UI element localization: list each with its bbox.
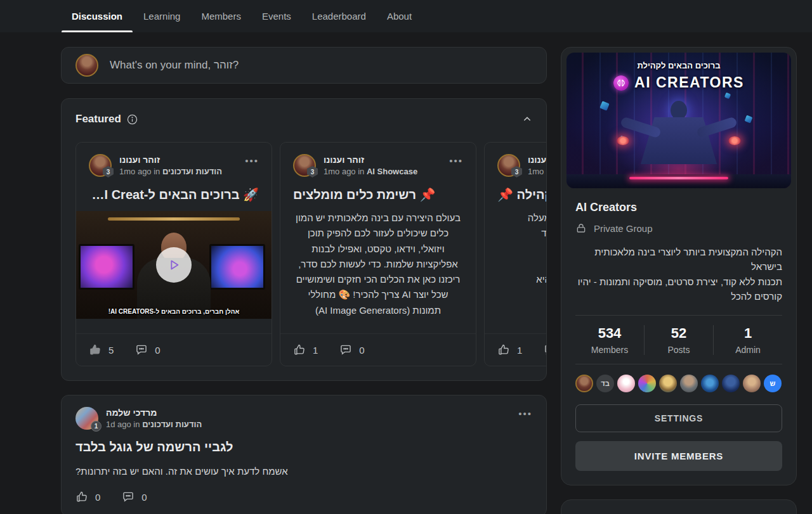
- featured-card-welcome[interactable]: 3 זוהר וענונו 1mo ago in הודעות ועדכונים…: [75, 142, 272, 366]
- info-icon[interactable]: [127, 114, 138, 125]
- member-avatar[interactable]: [638, 375, 656, 392]
- author-name[interactable]: מרדכי שלמה: [106, 408, 202, 418]
- author-name[interactable]: זוהר וענונו: [528, 155, 546, 165]
- post-title[interactable]: לגביי הרשמה של גוגל בלבד: [75, 440, 532, 454]
- comment-button[interactable]: 0: [544, 344, 546, 356]
- member-avatar-initials[interactable]: בד: [596, 375, 614, 392]
- stat-value: 534: [575, 325, 644, 342]
- banner-welcome-text: ברוכים הבאים לקהילת: [566, 61, 791, 70]
- group-info-card: ברוכים הבאים לקהילת AI CREATORS AI Creat…: [561, 47, 797, 485]
- group-sidebar: ברוכים הבאים לקהילת AI CREATORS AI Creat…: [561, 47, 797, 514]
- top-navigation: Discussion Learning Members Events Leade…: [0, 0, 812, 32]
- tab-members[interactable]: Members: [201, 0, 241, 32]
- post-time: 1d ago in: [106, 420, 140, 429]
- comment-button[interactable]: 0: [135, 344, 160, 356]
- group-stats: 534 Members 52 Posts 1 Admin: [575, 315, 782, 364]
- level-badge: 3: [103, 166, 114, 177]
- member-avatar[interactable]: [743, 375, 761, 392]
- post-composer[interactable]: What's on your mind, זוהר?: [61, 47, 547, 84]
- author-avatar[interactable]: 3: [89, 154, 112, 177]
- space-name[interactable]: AI Showcase: [367, 167, 417, 176]
- feed-post[interactable]: 1 מרדכי שלמה 1d ago in הודעות ועדכונים •…: [61, 395, 547, 514]
- comment-count: 0: [155, 345, 160, 356]
- space-name[interactable]: הודעות ועדכונים: [142, 420, 202, 429]
- post-time: 1mo ago in: [324, 167, 364, 176]
- play-button-icon[interactable]: [156, 247, 192, 283]
- member-avatars-row: בד ש: [575, 364, 782, 392]
- invite-members-button[interactable]: INVITE MEMBERS: [575, 441, 782, 471]
- author-name[interactable]: זוהר וענונו: [119, 155, 222, 165]
- composer-prompt: What's on your mind, זוהר?: [110, 59, 239, 72]
- stat-posts[interactable]: 52 Posts: [644, 325, 713, 355]
- studio-light: [108, 217, 240, 221]
- like-button[interactable]: 5: [89, 344, 114, 356]
- comment-button[interactable]: 0: [339, 344, 364, 356]
- space-name[interactable]: הודעות ועדכונים: [162, 167, 222, 176]
- member-avatar[interactable]: [575, 375, 593, 392]
- level-badge: 1: [91, 421, 102, 432]
- author-avatar[interactable]: 1: [75, 407, 98, 430]
- featured-card-rules[interactable]: 3 זוהר וענונו 1mo ago in הודעות ועדכונים…: [484, 142, 546, 366]
- monitor-left: [79, 244, 134, 290]
- monitor-right: [209, 244, 265, 290]
- group-name: AI Creators: [575, 201, 782, 214]
- author-avatar[interactable]: 3: [293, 154, 316, 177]
- like-count: 1: [313, 345, 318, 356]
- tab-discussion[interactable]: Discussion: [72, 0, 122, 32]
- featured-card-tools[interactable]: 3 זוהר וענונו 1mo ago in AI Showcase •••…: [280, 142, 476, 366]
- stat-members[interactable]: 534 Members: [575, 325, 644, 355]
- tab-events[interactable]: Events: [262, 0, 291, 32]
- video-thumbnail[interactable]: אהלן חברים, ברוכים הבאים ל-AI CREATORS!: [76, 211, 272, 319]
- member-avatar[interactable]: [722, 375, 740, 392]
- author-avatar[interactable]: 3: [497, 154, 520, 177]
- member-avatar[interactable]: [659, 375, 677, 392]
- featured-cards-row: 3 זוהר וענונו 1mo ago in הודעות ועדכונים…: [75, 142, 546, 366]
- post-body: אשמח לדעת איך עושים את זה. והאם יש בזה י…: [75, 466, 532, 477]
- like-button[interactable]: 1: [293, 344, 318, 356]
- brain-logo-icon: [613, 75, 629, 91]
- more-options-icon[interactable]: •••: [449, 155, 463, 166]
- post-time: 1mo ago in: [119, 167, 160, 176]
- tab-about[interactable]: About: [387, 0, 412, 32]
- like-button[interactable]: 1: [497, 344, 522, 356]
- banner-brand-text: AI CREATORS: [634, 74, 744, 91]
- featured-section: Featured 3: [61, 98, 547, 381]
- like-count: 5: [108, 345, 114, 356]
- featured-post-body: בעולם היצירה עם בינה מלאכותית יש המון כל…: [293, 210, 463, 318]
- like-button[interactable]: 0: [75, 491, 100, 503]
- stat-admin[interactable]: 1 Admin: [713, 325, 782, 355]
- post-meta: 1mo ago in הודעות ועדכונים: [528, 167, 546, 176]
- banner-figure: [615, 101, 742, 177]
- author-name[interactable]: זוהר וענונו: [324, 155, 417, 165]
- stat-value: 1: [714, 325, 782, 342]
- feed-column: What's on your mind, זוהר? Featured: [61, 47, 547, 514]
- tab-learning[interactable]: Learning: [143, 0, 180, 32]
- video-caption: אהלן חברים, ברוכים הבאים ל-AI CREATORS!: [76, 308, 272, 315]
- level-badge: 3: [307, 166, 318, 177]
- tab-leaderboard[interactable]: Leaderboard: [312, 0, 366, 32]
- group-banner-image[interactable]: ברוכים הבאים לקהילת AI CREATORS: [566, 53, 791, 188]
- more-options-icon[interactable]: •••: [518, 408, 532, 419]
- comment-count: 0: [141, 492, 147, 503]
- comment-button[interactable]: 0: [122, 491, 147, 503]
- featured-post-body: ✅ רוצים להתמצא? למעלה תוכלו להיכנס ל עמו…: [497, 210, 546, 318]
- group-description: הקהילה המקצועית ביותר ליוצרי בינה מלאכות…: [575, 245, 782, 304]
- member-avatar-initials[interactable]: ש: [764, 375, 782, 392]
- collapse-chevron-up-icon[interactable]: [522, 114, 532, 124]
- stat-label: Members: [575, 345, 644, 355]
- stat-label: Admin: [714, 345, 782, 355]
- member-avatar[interactable]: [617, 375, 635, 392]
- like-count: 1: [517, 345, 522, 356]
- post-time: 1mo ago in: [528, 167, 546, 176]
- featured-post-title[interactable]: 📌 רשימת כלים מומלצים: [293, 187, 463, 202]
- member-avatar[interactable]: [701, 375, 719, 392]
- featured-post-title[interactable]: חוקי הקהילה 📌: [497, 187, 546, 202]
- member-avatar[interactable]: [680, 375, 698, 392]
- current-user-avatar: [75, 54, 98, 77]
- like-count: 0: [95, 492, 100, 503]
- more-options-icon[interactable]: •••: [245, 155, 259, 166]
- leaderboard-card: Leaderboard (30-days): [561, 499, 797, 514]
- featured-post-title[interactable]: 🚀 ברוכים הבאים ל-AI Creat…: [89, 187, 259, 202]
- settings-button[interactable]: SETTINGS: [575, 404, 782, 432]
- stat-label: Posts: [645, 345, 713, 355]
